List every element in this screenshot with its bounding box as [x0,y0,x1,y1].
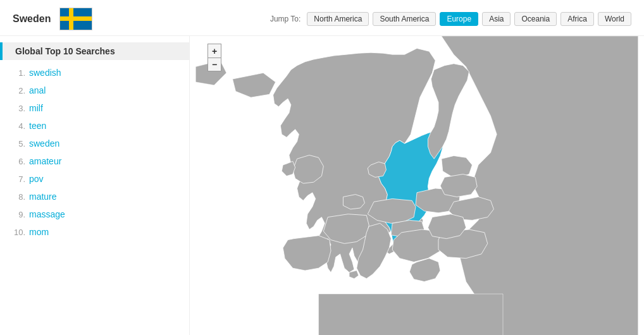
term-4[interactable]: teen [29,121,46,131]
list-item: 4. teen [6,117,183,135]
country-flag [59,8,92,30]
term-2[interactable]: anal [29,85,46,95]
list-item: 1. swedish [6,64,183,82]
list-item: 7. pov [6,170,183,188]
nav-oceania[interactable]: Oceania [514,12,557,26]
term-8[interactable]: mature [29,192,57,202]
country-info: Sweden [13,8,92,30]
nav-africa[interactable]: Africa [560,12,594,26]
list-item: 3. milf [6,99,183,117]
list-item: 6. amateur [6,152,183,170]
rank-1: 1. [11,68,25,78]
rank-9: 9. [11,210,25,219]
list-item: 9. massage [6,205,183,223]
list-item: 5. sweden [6,135,183,152]
search-list: 1. swedish 2. anal 3. milf 4. teen 5. sw… [0,64,189,241]
list-item: 10. mom [6,223,183,241]
nav-asia[interactable]: Asia [482,12,511,26]
term-5[interactable]: sweden [29,138,59,149]
main-content: Global Top 10 Searches 1. swedish 2. ana… [0,36,644,335]
zoom-controls: + − [207,44,221,71]
term-6[interactable]: amateur [29,156,61,166]
map-container: + − [190,36,644,335]
rank-4: 4. [11,121,25,131]
list-item: 2. anal [6,82,183,99]
rank-2: 2. [11,86,25,95]
term-7[interactable]: pov [29,174,44,184]
term-9[interactable]: massage [29,209,65,219]
nav-europe[interactable]: Europe [440,12,478,26]
rank-8: 8. [11,192,25,202]
rank-6: 6. [11,157,25,166]
europe-map [190,36,644,335]
rank-5: 5. [11,139,25,149]
jump-to-label: Jump To: [270,15,300,23]
nav-south-america[interactable]: South America [373,12,436,26]
rank-7: 7. [11,174,25,184]
jump-to-nav: Jump To: North America South America Eur… [270,12,631,26]
sidebar-title: Global Top 10 Searches [0,42,189,60]
term-3[interactable]: milf [29,103,43,113]
nav-world[interactable]: World [598,12,631,26]
sidebar: Global Top 10 Searches 1. swedish 2. ana… [0,36,190,335]
header: Sweden Jump To: North America South Amer… [0,0,644,36]
nav-north-america[interactable]: North America [307,12,369,26]
zoom-out-button[interactable]: − [207,58,221,71]
zoom-in-button[interactable]: + [207,44,221,58]
country-name: Sweden [13,13,51,25]
rank-10: 10. [11,228,25,237]
rank-3: 3. [11,104,25,113]
list-item: 8. mature [6,188,183,205]
term-1[interactable]: swedish [29,68,61,78]
term-10[interactable]: mom [29,227,49,237]
